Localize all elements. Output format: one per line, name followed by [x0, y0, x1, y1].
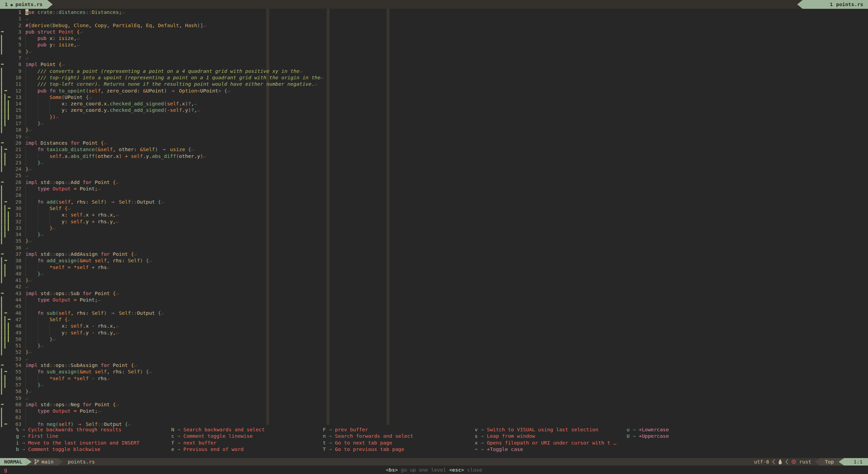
code-line[interactable]: 5 pub y: isize,↵	[0, 41, 868, 48]
code-line[interactable]: 50 }↵	[0, 336, 868, 342]
code-text: type Output = Point;↵	[25, 408, 101, 414]
code-line[interactable]: 31 x: self.x + rhs.x,↵	[0, 211, 868, 218]
whichkey-item[interactable]: N→Search backwards and select	[171, 426, 265, 433]
code-line[interactable]: 52}↵	[0, 349, 868, 355]
code-line[interactable]: 61 type Output = Point;↵	[0, 408, 868, 414]
whichkey-description: +Lowercase	[639, 427, 669, 432]
buffer-tab[interactable]: 1●points.rs	[0, 0, 53, 9]
whichkey-item[interactable]: f→next buffer	[171, 439, 265, 446]
code-area[interactable]: 1use crate::distances::Distances;↵1↵2#[d…	[0, 9, 868, 458]
whichkey-item[interactable]: ~→+Toggle case	[475, 446, 616, 452]
code-line[interactable]: 15 y: zero_coord.y.checked_add_signed(-s…	[0, 107, 868, 113]
code-line[interactable]: 47 Self {↵	[0, 316, 868, 323]
code-line[interactable]: 10 /// top-right) into a upoint (represe…	[0, 74, 868, 81]
code-line[interactable]: 27 type Output = Point;↵	[0, 185, 868, 192]
code-line[interactable]: 1use crate::distances::Distances;↵	[0, 9, 868, 15]
code-line[interactable]: 56 *self = *self - rhs↵	[0, 375, 868, 382]
code-line[interactable]: 54impl std::ops::SubAssign for Point {↵	[0, 362, 868, 368]
arrow-right-icon: →	[174, 440, 183, 446]
line-number: 20	[0, 140, 21, 146]
code-line[interactable]: 53↵	[0, 355, 868, 362]
code-line[interactable]: 39 *self = *self + rhs↵	[0, 264, 868, 270]
code-line[interactable]: 38 fn add_assign(&mut self, rhs: Self) {…	[0, 257, 868, 264]
code-line[interactable]: 32 y: self.y + rhs.y,↵	[0, 218, 868, 225]
code-line[interactable]: 45	[0, 303, 868, 309]
help-label: go up one level	[398, 467, 449, 473]
code-line[interactable]: 11 /// top-left corner). Returns none if…	[0, 81, 868, 87]
code-line[interactable]: 22 self.x.abs_diff(other.x) + self.y.abs…	[0, 153, 868, 159]
code-line[interactable]: 4 pub x: isize,↵	[0, 35, 868, 41]
code-line[interactable]: 57 }↵	[0, 382, 868, 388]
code-line[interactable]: 26impl std::ops::Add for Point {↵	[0, 179, 868, 185]
code-line[interactable]: 62	[0, 414, 868, 420]
code-line[interactable]: 36↵	[0, 244, 868, 251]
code-line[interactable]: 42↵	[0, 283, 868, 290]
code-line[interactable]: 25↵	[0, 172, 868, 179]
whichkey-item[interactable]: c→Comment toggle linewise	[171, 433, 265, 439]
code-line[interactable]: 21 fn taxicab_distance(&self, other: &Se…	[0, 146, 868, 152]
whichkey-key: t	[323, 440, 326, 446]
code-line[interactable]: 41}↵	[0, 277, 868, 283]
code-line[interactable]: 7↵	[0, 55, 868, 61]
code-line[interactable]: 37impl std::ops::AddAssign for Point {↵	[0, 251, 868, 257]
code-line[interactable]: 48 x: self.x - rhs.x,↵	[0, 323, 868, 329]
command-line[interactable]: g <bs> go up one level <esc> close	[0, 466, 868, 474]
code-line[interactable]: 28	[0, 192, 868, 198]
arrow-right-icon: →	[326, 446, 335, 452]
code-line[interactable]: 55 fn sub_assign(&mut self, rhs: Self) {…	[0, 368, 868, 375]
code-line[interactable]: 58}↵	[0, 388, 868, 394]
buffer-filename: points.rs	[16, 1, 43, 7]
code-line[interactable]: 44 type Output = Point;↵	[0, 296, 868, 303]
code-line[interactable]: 6}↵	[0, 48, 868, 55]
tabpage-tab[interactable]: 1points.rs	[797, 0, 868, 9]
arrow-right-icon: →	[326, 427, 335, 432]
whichkey-item[interactable]: %→Cycle backwards through results	[16, 426, 139, 433]
code-line[interactable]: 20impl Distances for Point {↵	[0, 140, 868, 146]
mode-indicator: NORMAL	[0, 458, 26, 466]
whichkey-item[interactable]: b→Comment toggle blockwise	[16, 446, 139, 452]
code-line[interactable]: 60impl std::ops::Neg for Point {↵	[0, 401, 868, 408]
code-line[interactable]: 13 Some(UPoint {↵	[0, 94, 868, 100]
code-line[interactable]: 1↵	[0, 15, 868, 22]
code-line[interactable]: 33 }↵	[0, 225, 868, 231]
whichkey-item[interactable]: x→Opens filepath or URI under cursor wit…	[475, 439, 616, 446]
whichkey-item[interactable]: v→Switch to VISUAL using last selection	[475, 426, 616, 433]
whichkey-item[interactable]: s→Leap from window	[475, 433, 616, 439]
code-line[interactable]: 40 }↵	[0, 270, 868, 277]
code-line[interactable]: 34 }↵	[0, 231, 868, 238]
code-line[interactable]: 59↵	[0, 395, 868, 401]
code-text: }↵	[25, 336, 56, 342]
whichkey-item[interactable]: u→+Lowercase	[627, 426, 669, 433]
code-line[interactable]: 14 x: zero_coord.x.checked_add_signed(se…	[0, 100, 868, 107]
code-line[interactable]: 12 pub fn to_upoint(self, zero_coord: &U…	[0, 87, 868, 94]
code-line[interactable]: 3pub struct Point {↵	[0, 28, 868, 35]
code-line[interactable]: 43impl std::ops::Sub for Point {↵	[0, 290, 868, 296]
code-line[interactable]: 35}↵	[0, 238, 868, 244]
code-line[interactable]: 9 /// converts a point (representing a p…	[0, 68, 868, 74]
code-line[interactable]: 51 }↵	[0, 342, 868, 349]
whichkey-item[interactable]: T→Go to previous tab page	[323, 446, 413, 452]
whichkey-item[interactable]: g→First line	[16, 433, 139, 439]
code-line[interactable]: 46 fn sub(self, rhs: Self) → Self::Outpu…	[0, 310, 868, 316]
whichkey-item[interactable]: t→Go to next tab page	[323, 439, 413, 446]
whichkey-item[interactable]: n→Search forwards and select	[323, 433, 413, 439]
code-line[interactable]: 17 }↵	[0, 120, 868, 126]
code-text: impl std::ops::AddAssign for Point {↵	[25, 251, 137, 257]
whichkey-item[interactable]: e→Previous end of word	[171, 446, 265, 452]
help-label: close	[464, 467, 482, 473]
eol-marker: ↵	[25, 55, 28, 61]
code-line[interactable]: 23 }↵	[0, 159, 868, 166]
code-line[interactable]: 2#[derive(Debug, Clone, Copy, PartialEq,…	[0, 22, 868, 28]
code-line[interactable]: 49 y: self.y - rhs.y,↵	[0, 329, 868, 336]
whichkey-item[interactable]: U→+Uppercase	[627, 433, 669, 439]
code-line[interactable]: 19↵	[0, 133, 868, 140]
whichkey-item[interactable]: F→prev buffer	[323, 426, 413, 433]
code-line[interactable]: 18}↵	[0, 126, 868, 133]
code-line[interactable]: 8impl Point {↵	[0, 61, 868, 67]
whichkey-item[interactable]: i→Move to the last insertion and INSERT	[16, 439, 139, 446]
code-line[interactable]: 16 })↵	[0, 114, 868, 120]
code-line[interactable]: 24}↵	[0, 166, 868, 172]
code-line[interactable]: 30 Self {↵	[0, 205, 868, 211]
code-text: pub fn to_upoint(self, zero_coord: &UPoi…	[25, 87, 230, 94]
code-line[interactable]: 29 fn add(self, rhs: Self) → Self::Outpu…	[0, 199, 868, 205]
